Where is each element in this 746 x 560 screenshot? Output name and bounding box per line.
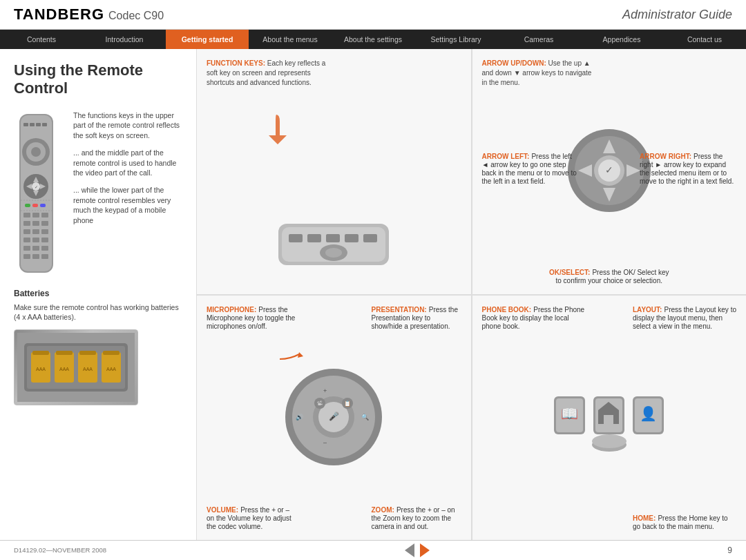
svg-marker-85 [298, 352, 303, 358]
navigation-bar: Contents Introduction Getting started Ab… [0, 30, 746, 49]
annotation-pres: PRESENTATION: Press the Presentation key… [372, 305, 461, 330]
nav-about-menus[interactable]: About the menus [249, 30, 332, 49]
svg-rect-18 [40, 204, 46, 207]
panel-controls: MICROPHONE: Press the Microphone key to … [197, 295, 472, 541]
annotation-arrow-left: ARROW LEFT: Press the left ◄ arrow key t… [482, 152, 579, 185]
annotation-function: FUNCTION KEYS: Each key reflects a soft … [207, 59, 331, 88]
svg-rect-56 [289, 234, 303, 242]
svg-rect-23 [32, 221, 39, 226]
svg-rect-35 [32, 254, 39, 259]
annotation-arrow-right: ARROW RIGHT: Press the right ► arrow key… [640, 152, 736, 185]
svg-rect-22 [23, 221, 30, 226]
svg-rect-92 [604, 415, 613, 424]
svg-rect-58 [326, 234, 340, 242]
mic-label: MICROPHONE: [207, 306, 256, 313]
svg-text:🔊: 🔊 [296, 413, 304, 421]
remote-descriptions: The functions keys in the upper part of … [73, 110, 182, 278]
footer-nav [405, 543, 430, 557]
svg-text:🔍: 🔍 [361, 413, 370, 421]
svg-rect-33 [41, 246, 48, 251]
svg-text:AAA: AAA [83, 367, 93, 371]
nav-keys-image: 📖 👤 [540, 376, 678, 460]
svg-rect-43 [32, 351, 49, 355]
main-content: Using the Remote Control [0, 49, 746, 540]
ok-label: OK/SELECT: [549, 269, 590, 276]
svg-rect-31 [23, 246, 30, 251]
svg-text:+: + [323, 387, 327, 394]
svg-text:📽: 📽 [317, 400, 323, 407]
nav-contents[interactable]: Contents [0, 30, 83, 49]
remote-desc-3: ... while the lower part of the remote c… [73, 185, 182, 226]
prev-page-button[interactable] [405, 543, 414, 557]
batteries-image: AAA AAA AAA AAA [14, 329, 138, 405]
remote-desc-1: The functions keys in the upper part of … [73, 110, 182, 141]
svg-rect-60 [363, 234, 377, 242]
arrow-right-label: ARROW RIGHT: [640, 153, 691, 160]
arrow-indicator-1 [262, 111, 297, 147]
annotation-layout: LAYOUT: Press the Layout key to display … [633, 305, 736, 330]
svg-text:AAA: AAA [36, 367, 46, 371]
nav-cameras[interactable]: Cameras [497, 30, 580, 49]
svg-text:AAA: AAA [106, 367, 116, 371]
svg-rect-30 [41, 238, 48, 242]
function-keys-image [265, 217, 403, 273]
svg-text:–: – [323, 439, 327, 446]
nav-appendices[interactable]: Appendices [580, 30, 663, 49]
vol-label: VOLUME: [207, 506, 238, 514]
svg-rect-25 [23, 229, 30, 234]
svg-rect-2 [23, 123, 28, 126]
nav-contact-us[interactable]: Contact us [663, 30, 746, 49]
svg-rect-3 [30, 123, 35, 126]
page-title: Using the Remote Control [14, 61, 182, 98]
svg-rect-28 [23, 238, 30, 242]
brand-block: TANDBERG Codec C90 [14, 6, 164, 23]
nav-introduction[interactable]: Introduction [83, 30, 166, 49]
svg-text:🎤: 🎤 [329, 411, 339, 421]
svg-rect-45 [56, 351, 73, 355]
nav-getting-started[interactable]: Getting started [166, 30, 249, 49]
batteries-text: Make sure the remote control has working… [14, 302, 182, 322]
svg-rect-34 [23, 254, 30, 259]
svg-rect-16 [25, 204, 30, 207]
nav-about-settings[interactable]: About the settings [332, 30, 414, 49]
svg-text:📖: 📖 [560, 405, 577, 422]
arrow-vol [280, 351, 304, 369]
dial-image: – + 🔍 🔊 🎤 📽 📋 [282, 365, 385, 470]
panel-navigation: PHONE BOOK: Press the Phone Book key to … [472, 295, 747, 541]
page-number: 9 [727, 545, 732, 555]
doc-id: D14129.02—NOVEMBER 2008 [14, 546, 106, 554]
page-header: TANDBERG Codec C90 Administrator Guide [0, 0, 746, 30]
annotation-mic: MICROPHONE: Press the Microphone key to … [207, 305, 296, 330]
right-panels: FUNCTION KEYS: Each key reflects a soft … [197, 49, 746, 540]
phonebook-label: PHONE BOOK: [482, 306, 532, 313]
svg-text:👤: 👤 [639, 405, 656, 422]
panel-function-keys: FUNCTION KEYS: Each key reflects a soft … [197, 49, 472, 295]
nav-settings-library[interactable]: Settings Library [414, 30, 497, 49]
svg-rect-59 [345, 234, 358, 242]
annotation-ok: OK/SELECT: Press the OK/ Select key to c… [547, 268, 671, 284]
remote-image: ✓ [14, 110, 62, 278]
page-footer: D14129.02—NOVEMBER 2008 9 [0, 540, 746, 559]
svg-text:✓: ✓ [605, 164, 613, 175]
guide-title: Administrator Guide [622, 8, 732, 22]
svg-text:AAA: AAA [59, 367, 69, 371]
annotation-zoom: ZOOM: Press the + or – on the Zoom key t… [372, 505, 461, 530]
svg-rect-32 [32, 246, 39, 251]
home-label: HOME: [633, 514, 656, 522]
zoom-label: ZOOM: [372, 506, 394, 514]
svg-text:✓: ✓ [35, 185, 38, 189]
function-label: FUNCTION KEYS: [207, 59, 265, 67]
svg-rect-49 [103, 351, 119, 355]
svg-point-97 [592, 434, 627, 448]
batteries-title: Batteries [14, 289, 182, 298]
left-panel: Using the Remote Control [0, 49, 197, 540]
svg-rect-19 [23, 213, 30, 218]
svg-point-8 [31, 147, 41, 157]
svg-rect-17 [32, 204, 38, 207]
svg-rect-24 [41, 221, 48, 226]
next-page-button[interactable] [420, 543, 430, 557]
batteries-section: Batteries Make sure the remote control h… [14, 289, 182, 405]
svg-rect-47 [79, 351, 96, 355]
annotation-volume: VOLUME: Press the + or – on the Volume k… [207, 505, 296, 530]
panel-arrow-keys: ARROW UP/DOWN: Use the up ▲ and down ▼ a… [472, 49, 747, 295]
